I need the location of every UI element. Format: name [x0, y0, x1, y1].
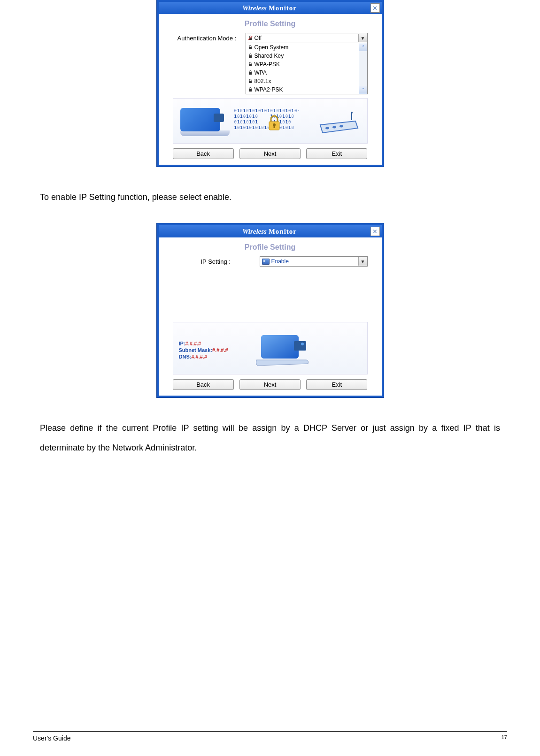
ip-setting-label: IP Setting : [177, 258, 260, 265]
svg-point-19 [301, 343, 304, 345]
close-icon[interactable]: ✕ [370, 3, 380, 13]
nic-icon [262, 259, 270, 265]
list-item[interactable]: WPA2-PSK [246, 85, 367, 94]
svg-point-13 [325, 127, 329, 130]
next-button[interactable]: Next [239, 379, 301, 390]
exit-button[interactable]: Exit [306, 148, 367, 159]
titlebar: Wireless Monitor ✕ [159, 225, 382, 237]
svg-rect-2 [249, 47, 252, 49]
scroll-up-icon[interactable]: ˄ [359, 43, 367, 51]
footer-left: User's Guide [33, 734, 70, 742]
lock-icon [248, 53, 253, 58]
close-icon[interactable]: ✕ [370, 227, 380, 236]
lock-icon [248, 62, 253, 67]
svg-point-14 [332, 126, 336, 129]
svg-rect-17 [261, 335, 299, 359]
scroll-track[interactable] [359, 51, 367, 86]
exit-button[interactable]: Exit [306, 379, 367, 390]
lock-icon [248, 70, 253, 75]
auth-mode-listbox[interactable]: Open System Shared Key WPA-PSK WPA 802.1… [246, 43, 368, 94]
laptop-icon [255, 333, 312, 368]
padlock-icon [267, 115, 281, 131]
svg-rect-6 [249, 81, 252, 83]
lock-off-icon [248, 36, 253, 40]
auth-mode-select[interactable]: Off ▼ [246, 33, 368, 43]
router-icon [318, 112, 360, 135]
next-button[interactable]: Next [239, 148, 301, 159]
dropdown-arrow-icon[interactable]: ▼ [358, 34, 367, 42]
wireless-monitor-dialog-ip: Wireless Monitor ✕ Profile Setting IP Se… [157, 223, 384, 397]
lock-icon [248, 45, 253, 50]
ip-setting-value: Enable [271, 258, 289, 265]
svg-rect-7 [249, 89, 252, 92]
page-footer: User's Guide 17 [33, 731, 507, 742]
svg-rect-4 [249, 64, 252, 66]
wireless-monitor-dialog-auth: Wireless Monitor ✕ Profile Setting Authe… [157, 0, 384, 167]
lock-icon [248, 87, 253, 92]
svg-point-15 [339, 125, 343, 128]
lock-icon [248, 79, 253, 84]
section-title: Profile Setting [159, 20, 382, 28]
svg-rect-10 [273, 125, 275, 128]
list-item[interactable]: 802.1x [246, 77, 367, 85]
svg-rect-3 [249, 55, 252, 58]
back-button[interactable]: Back [173, 148, 234, 159]
list-item[interactable]: WPA-PSK [246, 60, 367, 69]
auth-mode-label: Authentication Mode : [177, 35, 246, 42]
illustration-ip: IP:#.#.#.# Subnet Mask:#.#.#.# DNS:#.#.#… [173, 322, 368, 374]
list-item[interactable]: WPA [246, 69, 367, 77]
laptop-icon [180, 108, 232, 138]
svg-rect-5 [249, 72, 252, 75]
page-number: 17 [501, 734, 507, 742]
list-item[interactable]: Open System [246, 43, 367, 52]
ip-setting-select[interactable]: Enable ▼ [260, 256, 368, 267]
scroll-down-icon[interactable]: ˅ [359, 86, 367, 94]
titlebar: Wireless Monitor ✕ [159, 2, 382, 14]
ip-info-block: IP:#.#.#.# Subnet Mask:#.#.#.# DNS:#.#.#… [179, 340, 228, 360]
dropdown-arrow-icon[interactable]: ▼ [358, 257, 367, 266]
section-title: Profile Setting [159, 243, 382, 252]
paragraph: Please define if the current Profile IP … [40, 419, 500, 458]
illustration-encryption: 010101010101010101010· 10101010 10101010… [173, 98, 368, 144]
app-title: Wireless Monitor [169, 228, 370, 236]
svg-point-12 [351, 112, 353, 114]
svg-rect-18 [294, 341, 306, 351]
app-title: Wireless Monitor [169, 4, 370, 12]
list-item[interactable]: Shared Key [246, 52, 367, 60]
paragraph: To enable IP Setting function, please se… [40, 188, 500, 207]
back-button[interactable]: Back [173, 379, 234, 390]
auth-mode-value: Off [255, 35, 262, 41]
